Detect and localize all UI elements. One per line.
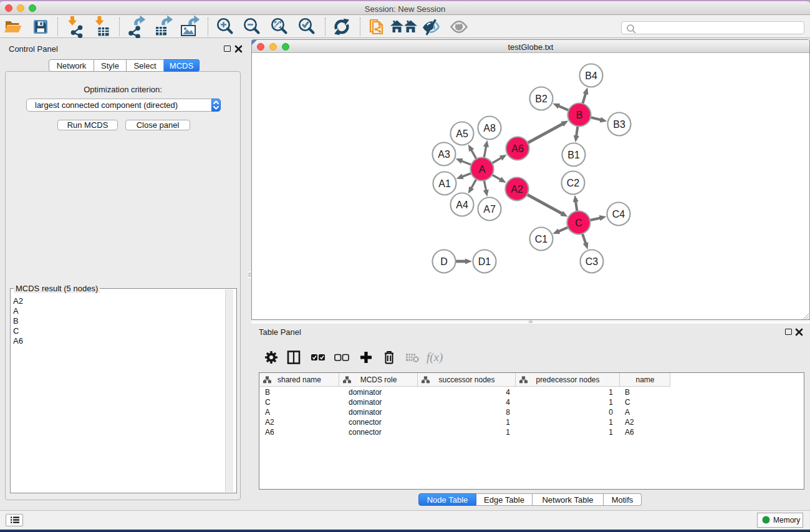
svg-text:A: A [479,164,486,175]
svg-text:A1: A1 [438,178,451,189]
svg-text:C3: C3 [586,256,599,267]
svg-text:B4: B4 [585,70,597,81]
svg-text:A6: A6 [511,143,524,154]
svg-text:C2: C2 [567,178,580,188]
svg-text:B2: B2 [535,94,547,104]
svg-text:A4: A4 [456,200,468,210]
svg-text:A3: A3 [438,149,450,160]
svg-text:f(x): f(x) [427,351,443,364]
svg-text:D: D [440,256,448,267]
svg-text:C1: C1 [535,234,548,244]
svg-text:B3: B3 [613,119,625,130]
svg-text:A7: A7 [483,204,496,215]
svg-text:C: C [575,218,582,228]
svg-text:A5: A5 [456,128,468,139]
svg-text:B: B [576,110,583,120]
svg-text:A8: A8 [483,123,496,133]
svg-text:C4: C4 [612,209,625,220]
svg-text:A2: A2 [511,184,523,195]
svg-text:B1: B1 [567,150,580,160]
svg-text:D1: D1 [478,256,491,267]
